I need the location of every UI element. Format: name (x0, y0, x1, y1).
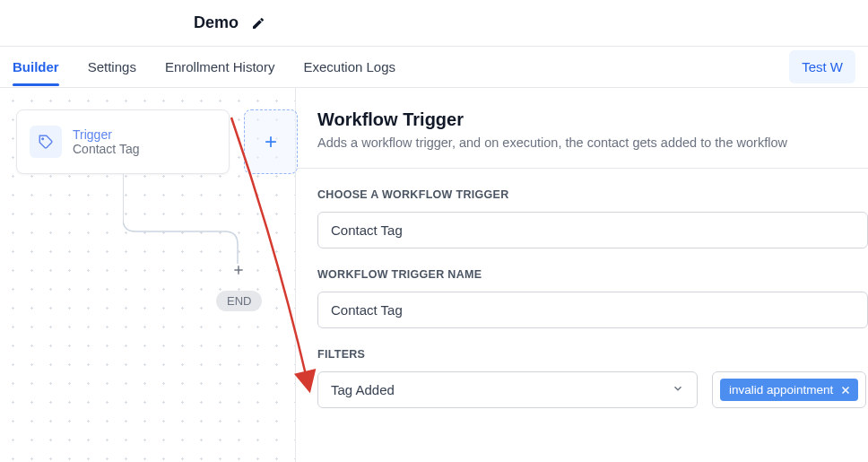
filter-chip: invalid appointment (720, 379, 858, 401)
trigger-panel: Workflow Trigger Adds a workflow trigger… (295, 88, 868, 462)
plus-icon: + (265, 129, 277, 154)
choose-trigger-value: Contact Tag (331, 222, 403, 238)
trigger-sublabel: Contact Tag (73, 142, 139, 156)
end-badge: END (216, 291, 262, 311)
panel-title: Workflow Trigger (317, 109, 868, 130)
trigger-name-input[interactable] (317, 292, 868, 328)
filters-label: FILTERS (317, 348, 868, 361)
filter-value-select[interactable]: invalid appointment (712, 371, 866, 408)
filter-type-select[interactable]: Tag Added (317, 371, 698, 408)
trigger-name-label: WORKFLOW TRIGGER NAME (317, 268, 868, 281)
tab-execution-logs[interactable]: Execution Logs (303, 48, 395, 85)
tab-settings[interactable]: Settings (88, 48, 136, 85)
filter-chip-label: invalid appointment (729, 383, 833, 397)
tag-icon (30, 126, 62, 158)
page-title: Demo (194, 13, 239, 32)
add-step-button[interactable] (232, 264, 245, 276)
trigger-card[interactable]: Trigger Contact Tag (16, 109, 230, 174)
chevron-down-icon (672, 382, 684, 397)
workflow-canvas[interactable]: Trigger Contact Tag + END (0, 88, 295, 462)
trigger-label: Trigger (73, 127, 139, 142)
close-icon[interactable] (840, 385, 851, 396)
tab-enrollment-history[interactable]: Enrollment History (165, 48, 275, 85)
filter-type-value: Tag Added (331, 382, 395, 397)
svg-point-0 (42, 138, 44, 140)
add-trigger-button[interactable]: + (244, 109, 298, 174)
pencil-icon[interactable] (251, 16, 265, 31)
test-workflow-button[interactable]: Test W (789, 50, 855, 83)
tab-builder[interactable]: Builder (13, 48, 59, 85)
choose-trigger-label: CHOOSE A WORKFLOW TRIGGER (317, 188, 868, 201)
panel-description: Adds a workflow trigger, and on executio… (317, 135, 868, 150)
connector-line (123, 174, 266, 273)
choose-trigger-select[interactable]: Contact Tag (317, 212, 868, 248)
